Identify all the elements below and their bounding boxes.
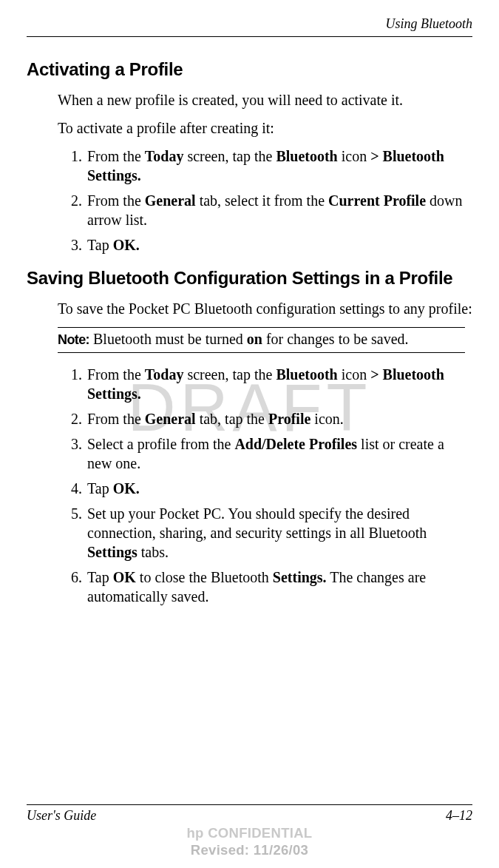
note-text-pre: Bluetooth must be turned: [89, 331, 247, 347]
list-number: 3.: [71, 434, 87, 473]
list-body: From the General tab, select it from the…: [87, 191, 472, 229]
list-item: 5.Set up your Pocket PC. You should spec…: [71, 504, 472, 562]
list-item: 3.Select a profile from the Add/Delete P…: [71, 434, 472, 473]
note-text-bold: on: [247, 331, 262, 347]
list-body: Tap OK.: [87, 235, 472, 255]
list-body: Select a profile from the Add/Delete Pro…: [87, 434, 472, 473]
list-item: 6.Tap OK to close the Bluetooth Settings…: [71, 568, 472, 606]
section1-title: Activating a Profile: [27, 59, 472, 80]
list-item: 1.From the Today screen, tap the Bluetoo…: [71, 147, 472, 185]
list-number: 2.: [71, 191, 87, 229]
list-number: 5.: [71, 504, 87, 562]
list-item: 3.Tap OK.: [71, 235, 472, 255]
list-body: From the General tab, tap the Profile ic…: [87, 409, 472, 428]
list-number: 6.: [71, 568, 87, 606]
section1-intro1: When a new profile is created, you will …: [58, 90, 472, 110]
list-item: 2.From the General tab, select it from t…: [71, 191, 472, 229]
section1-intro2: To activate a profile after creating it:: [58, 118, 472, 138]
section2-title: Saving Bluetooth Configuration Settings …: [27, 268, 472, 289]
note-label: Note:: [58, 332, 89, 347]
list-item: 2.From the General tab, tap the Profile …: [71, 409, 472, 428]
list-item: 1.From the Today screen, tap the Bluetoo…: [71, 365, 472, 403]
list-number: 2.: [71, 409, 87, 428]
list-body: From the Today screen, tap the Bluetooth…: [87, 365, 472, 403]
list-number: 1.: [71, 147, 87, 185]
running-header: Using Bluetooth: [27, 16, 472, 37]
section2-intro1: To save the Pocket PC Bluetooth configur…: [58, 299, 472, 318]
list-body: Tap OK.: [87, 479, 472, 498]
page-footer: User's Guide 4–12: [27, 804, 472, 824]
list-number: 3.: [71, 235, 87, 255]
footer-left: User's Guide: [27, 808, 96, 824]
confidential-line1: hp CONFIDENTIAL: [0, 824, 499, 842]
list-body: Tap OK to close the Bluetooth Settings. …: [87, 568, 472, 606]
note-block: Note: Bluetooth must be turned on for ch…: [58, 327, 465, 353]
confidential-block: hp CONFIDENTIAL Revised: 11/26/03: [0, 824, 499, 859]
note-text-post: for changes to be saved.: [262, 331, 409, 347]
list-item: 4.Tap OK.: [71, 479, 472, 498]
list-body: Set up your Pocket PC. You should specif…: [87, 504, 472, 562]
list-number: 1.: [71, 365, 87, 403]
section2-steps: 1.From the Today screen, tap the Bluetoo…: [71, 365, 472, 606]
confidential-line2: Revised: 11/26/03: [0, 841, 499, 859]
section1-steps: 1.From the Today screen, tap the Bluetoo…: [71, 147, 472, 255]
list-body: From the Today screen, tap the Bluetooth…: [87, 147, 472, 185]
footer-right: 4–12: [446, 808, 472, 824]
page-content: Using Bluetooth Activating a Profile Whe…: [27, 16, 472, 606]
list-number: 4.: [71, 479, 87, 498]
